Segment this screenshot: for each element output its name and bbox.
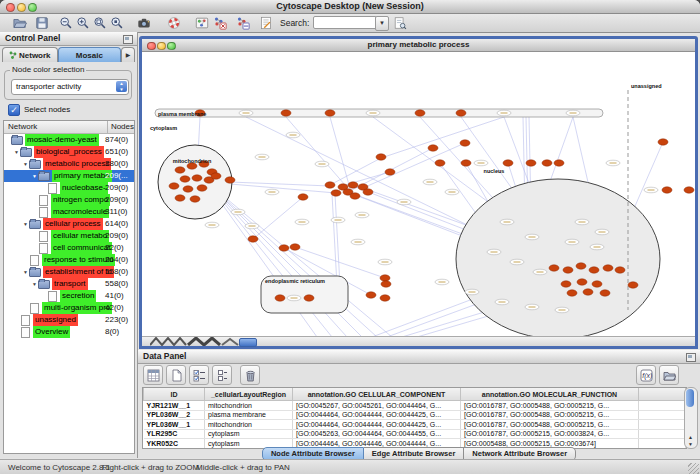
graph-node[interactable] bbox=[190, 196, 200, 202]
graph-node[interactable] bbox=[192, 175, 202, 181]
graph-edge[interactable] bbox=[212, 190, 317, 337]
column-header[interactable]: _cellularLayoutRegion bbox=[205, 388, 293, 401]
graph-edge[interactable] bbox=[253, 197, 303, 239]
attribute-checklist-icon[interactable] bbox=[189, 365, 209, 385]
unified-view-icon[interactable] bbox=[212, 365, 232, 385]
tree-row-metabolic-process[interactable]: ▼metabolic process280(0) bbox=[4, 158, 134, 170]
search-dropdown-arrow-icon[interactable]: ▼ bbox=[375, 16, 389, 31]
delete-attribute-icon[interactable] bbox=[240, 365, 260, 385]
tree-row-nitrogen-compo[interactable]: nitrogen compo209(0) bbox=[4, 194, 134, 206]
table-cell[interactable]: [GO:0016787, GO:0005215, GO:0003824, G..… bbox=[461, 429, 639, 439]
graph-node[interactable] bbox=[549, 265, 559, 271]
table-cell[interactable]: [GO:0016787, GO:0005488, GO:0005215, G..… bbox=[461, 410, 639, 420]
canvas-horizontal-scrollbar[interactable] bbox=[142, 336, 695, 346]
table-cell[interactable]: [GO:0044464, GO:0044444, GO:0044425, G..… bbox=[293, 410, 461, 420]
select-attributes-icon[interactable] bbox=[143, 365, 163, 385]
graph-node[interactable] bbox=[331, 190, 341, 196]
graph-node[interactable] bbox=[628, 282, 638, 288]
network-canvas[interactable]: plasma membrane cytoplasm mitochondrion … bbox=[142, 52, 695, 337]
graph-node[interactable] bbox=[175, 167, 185, 173]
graph-node[interactable] bbox=[415, 110, 425, 116]
graph-node[interactable] bbox=[279, 245, 289, 251]
zoom-out-icon[interactable] bbox=[58, 15, 74, 31]
graph-node[interactable] bbox=[461, 160, 471, 166]
table-cell[interactable]: [GO:0016787, GO:0005488, GO:0005215, G..… bbox=[461, 420, 639, 430]
graph-node[interactable] bbox=[526, 160, 536, 166]
graph-node[interactable] bbox=[298, 194, 308, 200]
network-overview-icon[interactable] bbox=[194, 15, 210, 31]
tree-row-cellular-metabo[interactable]: cellular metabo209(0) bbox=[4, 230, 134, 242]
graph-edge[interactable] bbox=[227, 199, 392, 337]
table-row[interactable]: YPL036W__1mitochondrion[GO:0044464, GO:0… bbox=[144, 420, 686, 430]
column-header[interactable]: annotation.GO MOLECULAR_FUNCTION bbox=[461, 388, 639, 401]
graph-node[interactable] bbox=[567, 290, 577, 296]
graph-node[interactable] bbox=[460, 140, 470, 146]
destroy-network-icon[interactable] bbox=[212, 15, 228, 31]
table-cell[interactable]: YLR295C bbox=[144, 429, 205, 439]
table-cell[interactable]: mitochondrion bbox=[205, 401, 293, 411]
float-panel-icon[interactable] bbox=[123, 35, 133, 44]
column-header[interactable]: annotation.GO CELLULAR_COMPONENT bbox=[293, 388, 461, 401]
import-attributes-icon[interactable] bbox=[659, 365, 679, 385]
graph-node[interactable] bbox=[197, 185, 207, 191]
table-cell[interactable] bbox=[639, 401, 686, 411]
scrollbar-thumb[interactable] bbox=[239, 338, 257, 347]
table-cell[interactable]: YPL036W__1 bbox=[144, 420, 205, 430]
table-row[interactable]: YJR121W__1mitochondrion[GO:0045267, GO:0… bbox=[144, 401, 686, 411]
expand-arrow-icon[interactable]: ▼ bbox=[13, 146, 20, 158]
graph-node[interactable] bbox=[380, 295, 390, 301]
table-cell[interactable]: cytoplasm bbox=[205, 429, 293, 439]
graph-node[interactable] bbox=[350, 193, 360, 199]
tab-network[interactable]: Network bbox=[2, 47, 58, 62]
tree-row-overview[interactable]: Overview8(0) bbox=[4, 326, 134, 338]
annotation-icon[interactable] bbox=[258, 15, 274, 31]
attribute-table[interactable]: ID_cellularLayoutRegionannotation.GO CEL… bbox=[142, 387, 687, 449]
graph-node[interactable] bbox=[180, 176, 190, 182]
open-folder-icon[interactable] bbox=[12, 15, 28, 31]
table-cell[interactable]: plasma membrane bbox=[205, 410, 293, 420]
table-cell[interactable] bbox=[639, 429, 686, 439]
tab-mosaic[interactable]: Mosaic bbox=[58, 47, 121, 62]
tree-row-cell-communicat[interactable]: cell communicat22(0) bbox=[4, 242, 134, 254]
graph-node[interactable] bbox=[290, 244, 300, 250]
graph-node[interactable] bbox=[325, 182, 335, 188]
graph-node[interactable] bbox=[366, 292, 376, 298]
snapshot-camera-icon[interactable] bbox=[136, 15, 152, 31]
tree-row-secretion[interactable]: secretion41(0) bbox=[4, 290, 134, 302]
graph-node[interactable] bbox=[592, 281, 602, 287]
table-cell[interactable]: [GO:0016787, GO:0005488, GO:0005215, G..… bbox=[461, 401, 639, 411]
title-bar[interactable]: Cytoscape Desktop (New Session) bbox=[0, 0, 700, 14]
graph-node[interactable] bbox=[600, 290, 610, 296]
expand-arrow-icon[interactable]: ▼ bbox=[22, 218, 29, 230]
zoom-fit-icon[interactable] bbox=[92, 15, 108, 31]
graph-node[interactable] bbox=[435, 160, 445, 166]
expand-arrow-icon[interactable]: ▼ bbox=[31, 278, 38, 290]
table-cell[interactable]: [GO:0045263, GO:0044464, GO:0044455, G..… bbox=[293, 429, 461, 439]
graph-node[interactable] bbox=[542, 160, 552, 166]
graph-node[interactable] bbox=[563, 267, 573, 273]
tree-row-unassigned[interactable]: unassigned223(0) bbox=[4, 314, 134, 326]
graph-node[interactable] bbox=[662, 187, 672, 193]
graph-node[interactable] bbox=[385, 169, 395, 175]
table-cell[interactable]: YJR121W__1 bbox=[144, 401, 205, 411]
graph-node[interactable] bbox=[325, 110, 335, 116]
expand-arrow-icon[interactable]: ▼ bbox=[22, 266, 29, 278]
graph-node[interactable] bbox=[281, 110, 291, 116]
tree-row-biological-process[interactable]: ▼biological_process651(0) bbox=[4, 146, 134, 158]
zoom-selected-icon[interactable] bbox=[109, 15, 125, 31]
graph-node[interactable] bbox=[169, 183, 179, 189]
tree-row-primary-metabo[interactable]: ▼primary metabo209(... bbox=[4, 170, 134, 182]
table-cell[interactable] bbox=[639, 420, 686, 430]
tree-row-response-to-stimulu[interactable]: response to stimulu264(0) bbox=[4, 254, 134, 266]
tree-row-nucleobase-[interactable]: nucleobase-209(0) bbox=[4, 182, 134, 194]
tree-row-mosaic-demo-yeast[interactable]: mosaic-demo-yeast874(0) bbox=[4, 134, 134, 146]
graph-edge[interactable] bbox=[295, 247, 385, 278]
tree-row-establishment-of-lo[interactable]: ▼establishment of lo558(0) bbox=[4, 266, 134, 278]
network-window-titlebar[interactable]: primary metabolic process bbox=[142, 39, 695, 52]
help-lifesaver-icon[interactable] bbox=[166, 15, 182, 31]
scroll-up-icon[interactable]: ▲ bbox=[687, 434, 694, 440]
graph-node[interactable] bbox=[603, 265, 613, 271]
tab-overflow-arrow-icon[interactable]: ▶ bbox=[121, 47, 135, 62]
table-cell[interactable]: [GO:0045267, GO:0045261, GO:0044464, G..… bbox=[293, 401, 461, 411]
table-cell[interactable] bbox=[639, 410, 686, 420]
